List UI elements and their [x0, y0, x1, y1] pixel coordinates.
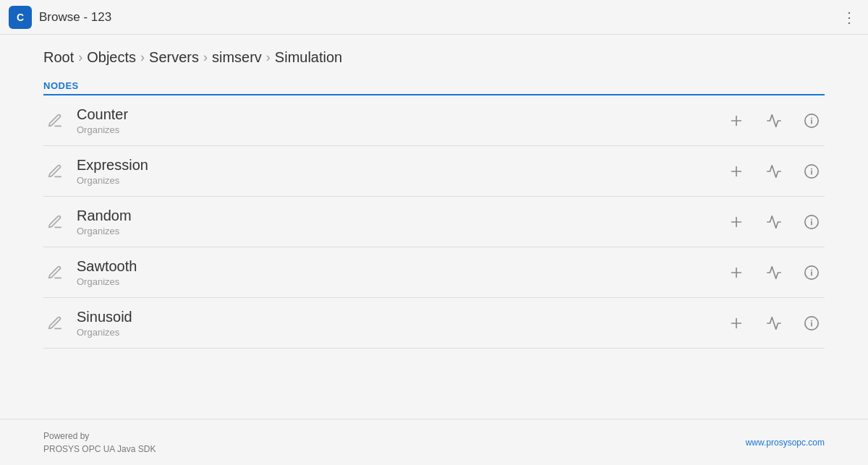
- table-row: Expression Organizes: [43, 146, 825, 197]
- node-text: Expression Organizes: [77, 156, 723, 186]
- footer: Powered by PROSYS OPC UA Java SDK www.pr…: [0, 419, 868, 465]
- info-button[interactable]: [799, 310, 825, 336]
- node-actions: [723, 260, 825, 286]
- node-name[interactable]: Sawtooth: [77, 257, 723, 275]
- info-button[interactable]: [799, 108, 825, 134]
- table-row: Random Organizes: [43, 197, 825, 247]
- breadcrumb: Root › Objects › Servers › simserv › Sim…: [43, 49, 825, 66]
- node-name[interactable]: Counter: [77, 106, 723, 123]
- node-edit-icon: [43, 210, 67, 234]
- breadcrumb-simserv[interactable]: simserv: [212, 49, 262, 66]
- info-button[interactable]: [799, 158, 825, 184]
- node-text: Sinusoid Organizes: [77, 308, 723, 338]
- breadcrumb-sep-1: ›: [78, 50, 82, 65]
- node-edit-icon: [43, 109, 67, 132]
- main-content: Root › Objects › Servers › simserv › Sim…: [0, 35, 868, 419]
- breadcrumb-root[interactable]: Root: [43, 49, 74, 66]
- node-text: Random Organizes: [77, 207, 723, 236]
- node-name[interactable]: Sinusoid: [77, 308, 723, 325]
- table-row: Sawtooth Organizes: [43, 247, 825, 298]
- header-title: Browse - 123: [39, 10, 111, 25]
- chart-button[interactable]: [761, 209, 787, 235]
- table-row: Counter Organizes: [43, 95, 825, 146]
- node-edit-icon: [43, 160, 67, 183]
- node-text: Counter Organizes: [77, 106, 723, 135]
- header-left: C Browse - 123: [9, 6, 111, 29]
- node-edit-icon: [43, 261, 67, 284]
- table-row: Sinusoid Organizes: [43, 298, 825, 349]
- node-actions: [723, 310, 825, 336]
- info-button[interactable]: [799, 209, 825, 235]
- chart-button[interactable]: [761, 108, 787, 134]
- chart-button[interactable]: [761, 158, 787, 184]
- breadcrumb-sep-3: ›: [203, 50, 208, 65]
- add-button[interactable]: [723, 108, 749, 134]
- breadcrumb-sep-2: ›: [140, 50, 145, 65]
- add-button[interactable]: [723, 310, 749, 336]
- breadcrumb-objects[interactable]: Objects: [87, 49, 136, 66]
- node-subtitle: Organizes: [77, 175, 723, 186]
- node-name[interactable]: Random: [77, 207, 723, 224]
- node-name[interactable]: Expression: [77, 156, 723, 174]
- footer-sdk-text: PROSYS OPC UA Java SDK: [43, 443, 156, 456]
- add-button[interactable]: [723, 260, 749, 286]
- node-actions: [723, 158, 825, 184]
- node-subtitle: Organizes: [77, 226, 723, 236]
- chart-button[interactable]: [761, 310, 787, 336]
- footer-powered-by: Powered by PROSYS OPC UA Java SDK: [43, 430, 156, 456]
- breadcrumb-simulation[interactable]: Simulation: [275, 49, 342, 66]
- breadcrumb-sep-4: ›: [266, 50, 271, 65]
- node-text: Sawtooth Organizes: [77, 257, 723, 287]
- menu-icon[interactable]: ⋮: [839, 6, 859, 29]
- add-button[interactable]: [723, 158, 749, 184]
- node-actions: [723, 108, 825, 134]
- app-header: C Browse - 123 ⋮: [0, 0, 868, 35]
- logo-text: C: [17, 12, 24, 23]
- node-actions: [723, 209, 825, 235]
- info-button[interactable]: [799, 260, 825, 286]
- footer-link[interactable]: www.prosysopc.com: [746, 438, 825, 448]
- node-subtitle: Organizes: [77, 276, 723, 287]
- footer-powered-text: Powered by: [43, 430, 156, 443]
- node-list: Counter Organizes: [43, 95, 825, 419]
- breadcrumb-servers[interactable]: Servers: [149, 49, 199, 66]
- node-subtitle: Organizes: [77, 327, 723, 338]
- add-button[interactable]: [723, 209, 749, 235]
- app-logo: C: [9, 6, 32, 29]
- nodes-label: NODES: [43, 80, 825, 91]
- node-edit-icon: [43, 312, 67, 335]
- chart-button[interactable]: [761, 260, 787, 286]
- node-subtitle: Organizes: [77, 124, 723, 135]
